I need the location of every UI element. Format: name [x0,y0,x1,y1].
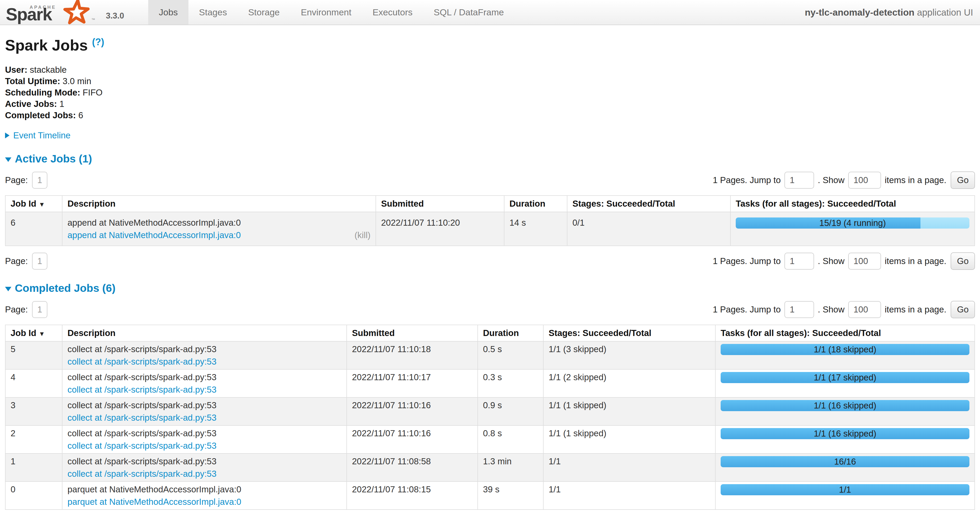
job-detail-link[interactable]: collect at /spark-scripts/spark-ad.py:53 [67,385,216,394]
job-stages-value: 1/1 (1 skipped) [549,427,710,440]
tasks-progress-bar: 1/1 [721,484,969,495]
navbar: APACHE Spark ™ 3.3.0 Jobs Stages Storage… [0,0,980,25]
tab-jobs[interactable]: Jobs [148,0,188,25]
page-number-input[interactable]: 1 [32,253,48,270]
header-submitted[interactable]: Submitted [347,325,478,341]
header-duration[interactable]: Duration [504,195,567,212]
header-duration[interactable]: Duration [478,325,543,341]
completed-jobs-count: 6 [78,110,83,120]
job-duration-cell: 39 s [478,481,543,510]
tasks-progress-bar: 1/1 (17 skipped) [721,372,969,383]
completed-jobs-section-heading[interactable]: Completed Jobs (6) [5,282,975,294]
page-label: Page: [5,175,28,185]
tab-stages[interactable]: Stages [188,0,238,25]
job-description-cell: parquet at NativeMethodAccessorImpl.java… [62,481,347,510]
tab-storage[interactable]: Storage [238,0,290,25]
job-duration-value: 0.3 s [483,371,538,383]
header-tasks[interactable]: Tasks (for all stages): Succeeded/Total [730,195,975,212]
job-detail-link[interactable]: collect at /spark-scripts/spark-ad.py:53 [67,357,216,367]
summary-scheduling-value: FIFO [83,87,102,97]
job-duration-cell: 0.3 s [478,369,543,397]
summary-uptime: Total Uptime: 3.0 min [5,75,975,87]
active-jobs-table: Job Id ▼ Description Submitted Duration … [5,195,975,246]
job-id-value: 1 [11,455,57,467]
page-title-text: Spark Jobs [5,37,88,54]
job-id-cell: 1 [5,453,62,481]
go-button[interactable]: Go [951,253,975,270]
progress-label: 1/1 [721,484,969,495]
application-name: ny-tlc-anomaly-detection [805,7,914,17]
event-timeline-toggle[interactable]: Event Timeline [5,130,975,140]
jump-to-input[interactable]: 1 [784,301,814,318]
header-submitted[interactable]: Submitted [376,195,504,212]
header-stages[interactable]: Stages: Succeeded/Total [543,325,715,341]
page-number-input[interactable]: 1 [32,301,48,318]
tab-sql-dataframe[interactable]: SQL / DataFrame [423,0,514,25]
summary-scheduling-label: Scheduling Mode: [5,87,80,97]
show-label: . Show [818,256,845,266]
header-stages[interactable]: Stages: Succeeded/Total [567,195,730,212]
tasks-progress-bar: 1/1 (18 skipped) [721,344,969,355]
jump-to-input[interactable]: 1 [784,253,814,270]
job-tasks-cell: 1/1 (16 skipped) [715,397,975,426]
job-id-value: 5 [11,343,57,355]
job-detail-link[interactable]: append at NativeMethodAccessorImpl.java:… [67,230,241,240]
active-jobs-link[interactable]: Active Jobs: [5,99,57,109]
job-submitted-cell: 2022/11/07 11:10:18 [347,341,478,369]
summary-user-value: stackable [30,65,67,75]
active-jobs-section-heading[interactable]: Active Jobs (1) [5,152,975,165]
job-duration-cell: 14 s [504,212,567,246]
summary-uptime-value: 3.0 min [63,76,91,86]
job-description-cell: collect at /spark-scripts/spark-ad.py:53… [62,341,347,369]
job-submitted-value: 2022/11/07 11:10:20 [381,216,499,229]
pager-controls: 1 Pages. Jump to 1 . Show 100 items in a… [713,253,975,270]
jump-to-input[interactable]: 1 [784,172,814,189]
spark-brand[interactable]: APACHE Spark ™ 3.3.0 [0,0,148,25]
summary-user: User: stackable [5,64,975,75]
completed-jobs-header-row: Job Id ▼ Description Submitted Duration … [5,325,975,341]
kill-job-link[interactable]: (kill) [355,229,371,241]
job-submitted-value: 2022/11/07 11:10:18 [352,343,473,355]
tab-environment[interactable]: Environment [290,0,362,25]
header-job-id[interactable]: Job Id ▼ [5,325,62,341]
active-jobs-count: 1 [59,99,64,109]
header-description[interactable]: Description [62,195,376,212]
tab-executors[interactable]: Executors [362,0,423,25]
sort-desc-icon: ▼ [39,201,45,208]
job-tasks-cell: 1/1 (18 skipped) [715,341,975,369]
show-items-input[interactable]: 100 [848,301,881,318]
job-description-cell: append at NativeMethodAccessorImpl.java:… [62,212,376,246]
header-tasks[interactable]: Tasks (for all stages): Succeeded/Total [715,325,975,341]
job-tasks-cell: 1/1 [715,481,975,510]
page-number-input[interactable]: 1 [32,172,48,189]
go-button[interactable]: Go [951,301,975,318]
completed-jobs-link[interactable]: Completed Jobs: [5,110,76,120]
summary-user-label: User: [5,65,27,75]
items-label: items in a page. [885,175,947,185]
pager-controls: 1 Pages. Jump to 1 . Show 100 items in a… [713,172,975,189]
job-description-text: append at NativeMethodAccessorImpl.java:… [67,216,371,229]
job-id-value: 6 [11,216,57,229]
job-duration-cell: 0.5 s [478,341,543,369]
help-link[interactable]: (?) [92,37,104,48]
job-submitted-value: 2022/11/07 11:08:15 [352,483,473,496]
job-id-cell: 2 [5,426,62,453]
items-label: items in a page. [885,256,947,266]
job-detail-link[interactable]: collect at /spark-scripts/spark-ad.py:53 [67,469,216,479]
show-items-input[interactable]: 100 [848,253,881,270]
job-detail-link[interactable]: parquet at NativeMethodAccessorImpl.java… [67,497,241,507]
go-button[interactable]: Go [951,172,975,189]
show-items-input[interactable]: 100 [848,172,881,189]
header-description[interactable]: Description [62,325,347,341]
active-jobs-header-row: Job Id ▼ Description Submitted Duration … [5,195,975,212]
job-id-value: 0 [11,483,57,496]
event-timeline-label: Event Timeline [13,130,70,140]
job-submitted-cell: 2022/11/07 11:08:15 [347,481,478,510]
completed-job-row: 4 collect at /spark-scripts/spark-ad.py:… [5,369,975,397]
header-job-id[interactable]: Job Id ▼ [5,195,62,212]
completed-jobs-table: Job Id ▼ Description Submitted Duration … [5,325,975,510]
brand-trademark: ™ [91,17,95,22]
job-detail-link[interactable]: collect at /spark-scripts/spark-ad.py:53 [67,441,216,451]
job-detail-link[interactable]: collect at /spark-scripts/spark-ad.py:53 [67,413,216,422]
job-stages-cell: 1/1 (2 skipped) [543,369,715,397]
